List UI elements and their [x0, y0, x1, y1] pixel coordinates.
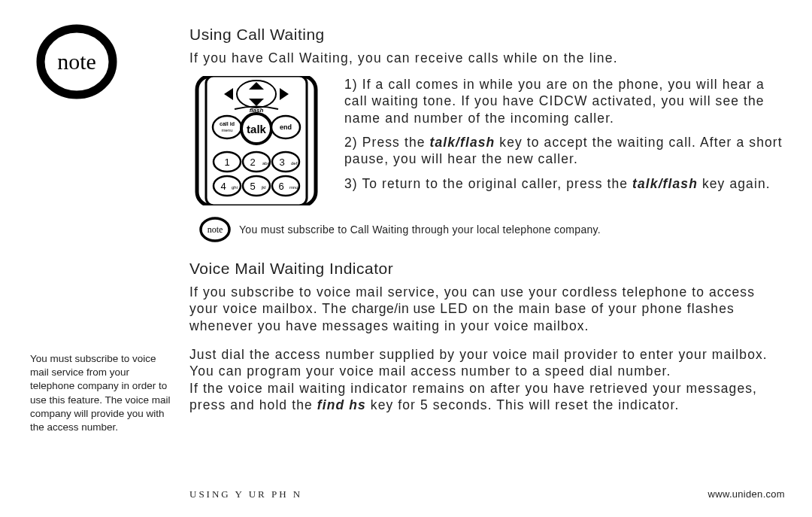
svg-text:4: 4 [220, 181, 226, 192]
note-callout-large: note [30, 24, 128, 101]
svg-text:talk: talk [247, 123, 267, 135]
svg-text:jkl: jkl [261, 185, 266, 190]
step-1: 1) If a call comes in while you are on t… [344, 76, 785, 126]
svg-text:note: note [208, 224, 223, 235]
manual-page: note You must subscribe to voice mail se… [0, 0, 812, 517]
step-2: 2) Press the talk/flash key to accept th… [344, 134, 785, 168]
svg-text:6: 6 [278, 181, 283, 192]
svg-text:1: 1 [224, 157, 229, 168]
call-waiting-intro: If you have Call Waiting, you can receiv… [189, 50, 785, 67]
note-circle-icon: note [30, 24, 128, 101]
callid-button [213, 116, 241, 138]
note-badge-small: note [198, 216, 232, 243]
phone-illustration: flash call id menu talk end 1 2 abc [189, 76, 323, 205]
charge-in-use-label: charge/in use [352, 301, 436, 316]
step-3: 3) To return to the original caller, pre… [344, 175, 785, 192]
voicemail-p2: Just dial the access number supplied by … [189, 346, 785, 414]
svg-text:5: 5 [250, 181, 255, 192]
footer-section-title: USING Y UR PH N [189, 488, 302, 500]
heading-call-waiting: Using Call Waiting [189, 26, 785, 44]
heading-voicemail: Voice Mail Waiting Indicator [189, 260, 785, 278]
svg-text:abc: abc [262, 161, 270, 166]
svg-text:mno: mno [289, 185, 298, 190]
svg-text:2: 2 [250, 157, 255, 168]
inline-note-text: You must subscribe to Call Waiting throu… [239, 224, 601, 236]
svg-text:ghi: ghi [232, 185, 238, 190]
main-content: Using Call Waiting If you have Call Wait… [189, 26, 785, 413]
svg-text:3: 3 [279, 157, 284, 168]
note-large-text: note [57, 49, 96, 74]
svg-text:end: end [280, 123, 292, 131]
note-small-icon: note [198, 216, 232, 243]
footer-url: www.uniden.com [708, 488, 785, 500]
svg-text:call id: call id [220, 121, 235, 126]
sidebar-note: You must subscribe to voice mail service… [30, 352, 173, 434]
inline-note: note You must subscribe to Call Waiting … [198, 216, 785, 243]
page-footer: USING Y UR PH N www.uniden.com [189, 488, 785, 500]
call-waiting-steps: 1) If a call comes in while you are on t… [344, 76, 785, 205]
voicemail-section: Voice Mail Waiting Indicator If you subs… [189, 260, 785, 414]
svg-text:menu: menu [221, 128, 232, 132]
voicemail-p1: If you subscribe to voice mail service, … [189, 284, 785, 334]
svg-text:def: def [291, 161, 298, 166]
